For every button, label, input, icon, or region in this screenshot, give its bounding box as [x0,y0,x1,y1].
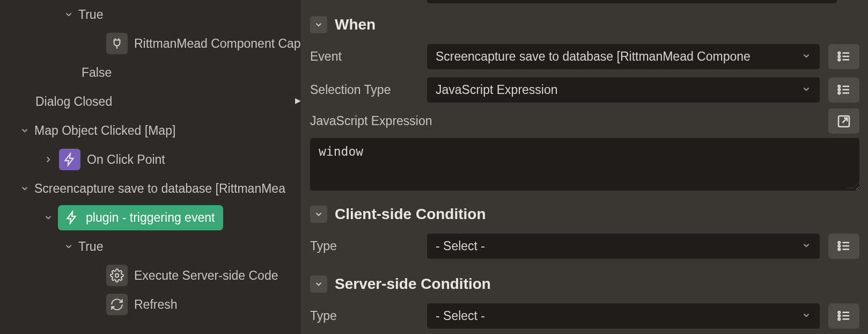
tree-row-map-object-clicked[interactable]: Map Object Clicked [Map] [0,116,301,145]
tree-label: Execute Server-side Code [134,268,278,283]
tree-label: plugin - triggering event [86,210,215,225]
tree-row-on-click-point[interactable]: On Click Point [0,145,301,174]
svg-point-18 [838,248,840,250]
svg-point-0 [115,274,119,278]
chevron-down-icon[interactable] [17,123,32,138]
js-expression-textarea[interactable]: window [310,138,859,191]
select-value: JavaScript Expression [436,83,801,97]
tree-sidebar: True RittmanMead Component Cap False Dia… [0,0,301,334]
svg-point-24 [838,318,840,320]
cutoff-field [427,0,837,3]
chevron-down-icon[interactable] [61,239,76,254]
chevron-right-icon[interactable] [41,152,56,167]
tree-label: True [78,8,103,22]
chevron-down-icon[interactable] [41,210,56,225]
chevron-down-icon [801,309,811,323]
field-label: Type [310,309,427,323]
form-row-js-expression-label: JavaScript Expression [310,108,859,134]
list-button[interactable] [828,77,859,103]
form-row-clientside-type: Type - Select - [310,231,859,260]
tree-row-dialog-closed[interactable]: Dialog Closed [0,87,301,116]
tree-row-screencapture[interactable]: Screencapture save to database [RittmanM… [0,174,301,203]
select-value: Screencapture save to database [RittmanM… [436,49,801,64]
clientside-type-select[interactable]: - Select - [427,234,820,259]
section-title: Server-side Condition [335,275,491,293]
section-title: When [335,16,376,33]
select-value: - Select - [436,239,801,253]
chevron-down-icon[interactable] [61,7,76,22]
field-label: Event [310,49,427,64]
serverside-type-select[interactable]: - Select - [427,303,820,329]
tree-label: Map Object Clicked [Map] [34,124,175,138]
tree-label: True [78,239,103,254]
section-collapser[interactable] [310,16,327,33]
expand-button[interactable] [828,108,859,134]
list-button[interactable] [828,234,859,259]
tree-label: Refresh [134,297,178,312]
list-button[interactable] [828,44,859,69]
tree-label: False [82,66,112,80]
svg-point-16 [838,245,840,247]
chevron-down-icon [801,49,811,64]
svg-point-14 [838,242,840,244]
tree-label: On Click Point [87,153,165,167]
tree-row-execute-server-side-code[interactable]: Execute Server-side Code [0,261,301,290]
properties-panel: When Event Screencapture save to databas… [301,0,868,334]
chevron-down-icon [801,83,811,97]
form-row-event: Event Screencapture save to database [Ri… [310,42,859,71]
event-select[interactable]: Screencapture save to database [RittmanM… [427,44,820,69]
tree-row-refresh[interactable]: Refresh [0,290,301,319]
refresh-icon [106,294,128,315]
tree-label: Screencapture save to database [RittmanM… [34,181,285,196]
tree-row-false[interactable]: False [0,58,301,87]
field-label: Type [310,239,427,253]
form-row-js-expression: window [310,138,859,191]
select-value: - Select - [436,309,801,323]
section-header-client-side: Client-side Condition [310,206,859,223]
field-label: Selection Type [310,83,427,97]
svg-point-11 [838,92,840,94]
section-title: Client-side Condition [335,206,486,223]
section-collapser[interactable] [310,206,327,223]
tree-row-rittman-component[interactable]: RittmanMead Component Cap [0,29,301,58]
svg-point-3 [838,55,840,57]
tree-row-true[interactable]: True [0,232,301,261]
svg-point-1 [838,52,840,54]
section-collapser[interactable] [310,275,327,293]
tree-row-plugin-triggering-event[interactable]: plugin - triggering event [0,203,301,232]
selected-pill: plugin - triggering event [58,205,223,230]
sidebar-collapse-handle[interactable]: ▶ [295,94,301,107]
plugin-icon [106,33,128,54]
gear-icon [106,265,128,286]
section-header-when: When [310,16,859,33]
form-row-selection-type: Selection Type JavaScript Expression [310,75,859,104]
section-header-server-side: Server-side Condition [310,275,859,293]
svg-point-9 [838,89,840,91]
selection-type-select[interactable]: JavaScript Expression [427,77,820,103]
tree-row-true[interactable]: True [0,0,301,29]
tree-label: Dialog Closed [35,95,112,109]
field-label: JavaScript Expression [310,114,828,128]
chevron-down-icon[interactable] [17,181,32,196]
tree-label: RittmanMead Component Cap [134,37,301,51]
svg-point-22 [838,315,840,317]
svg-point-5 [838,59,840,61]
lightning-icon [59,149,80,170]
list-button[interactable] [828,303,859,329]
textarea-value: window [319,144,363,158]
lightning-icon [61,207,83,228]
svg-point-20 [838,311,840,314]
svg-point-7 [838,85,840,88]
form-row-serverside-type: Type - Select - [310,301,859,330]
chevron-down-icon [801,239,811,253]
